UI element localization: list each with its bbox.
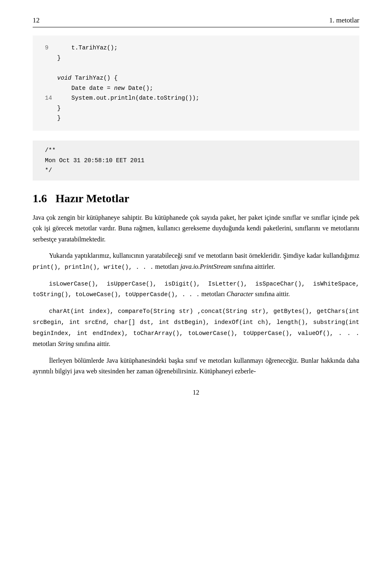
class-name-3: String: [58, 340, 74, 347]
code-line-3: [45, 63, 347, 73]
section-number: 1.6: [33, 192, 47, 205]
page-number-left: 12: [33, 16, 40, 25]
page-number-footer: 12: [193, 389, 199, 396]
code-text-2: }: [57, 53, 347, 63]
comment-line-1: /**: [45, 145, 347, 156]
code-block: 9 t.TarihYaz(); } void TarihYaz() { Date…: [33, 36, 359, 131]
code-line-1: 9 t.TarihYaz();: [45, 43, 347, 53]
comment-line-3: */: [45, 165, 347, 176]
inline-code-2: isLowerCase(), isUpperCase(), isDigit(),…: [33, 281, 359, 298]
code-line-5: Date date = new Date();: [45, 83, 347, 94]
code-line-2: }: [45, 53, 347, 63]
code-text-4: void TarihYaz() {: [57, 73, 347, 83]
line-number-9: 9: [45, 43, 57, 53]
code-line-8: }: [45, 113, 347, 123]
line-number-14: 14: [45, 93, 57, 103]
code-text-3: [57, 63, 347, 73]
class-name-1: java.io.PrintStream: [180, 263, 232, 270]
section-title: Hazır Metotlar: [56, 192, 129, 205]
paragraph-1: Java çok zengin bir kütüphaneye sahiptir…: [33, 212, 359, 245]
inline-code-3: charAt(int index), compareTo(String str)…: [33, 308, 359, 337]
paragraph-5: İlerleyen bölümlerde Java kütüphanesinde…: [33, 355, 359, 377]
chapter-title: 1. metotlar: [329, 16, 359, 25]
code-line-7: }: [45, 103, 347, 114]
code-text-6: System.out.println(date.toString());: [57, 93, 347, 103]
code-text-8: }: [57, 113, 347, 123]
comment-block: /** Mon Oct 31 20:58:10 EET 2011 */: [33, 141, 359, 181]
page: 12 1. metotlar 9 t.TarihYaz(); } void Ta…: [0, 0, 392, 567]
code-line-4: void TarihYaz() {: [45, 73, 347, 83]
section-heading: 1.6 Hazır Metotlar: [33, 192, 359, 205]
page-header: 12 1. metotlar: [33, 16, 359, 27]
page-footer: 12: [33, 389, 359, 396]
code-text-5: Date date = new Date();: [57, 83, 347, 94]
inline-code-1: print(), println(), write(), . . .: [33, 264, 154, 270]
code-text-7: }: [57, 103, 347, 114]
paragraph-4: charAt(int index), compareTo(String str)…: [33, 306, 359, 349]
paragraph-3: isLowerCase(), isUpperCase(), isDigit(),…: [33, 278, 359, 300]
class-name-2: Character: [227, 290, 254, 297]
comment-line-2: Mon Oct 31 20:58:10 EET 2011: [45, 156, 347, 166]
code-line-6: 14 System.out.println(date.toString());: [45, 93, 347, 103]
paragraph-2: Yukarıda yaptıklarımız, kullanıcının yar…: [33, 250, 359, 272]
code-text-1: t.TarihYaz();: [57, 43, 347, 53]
